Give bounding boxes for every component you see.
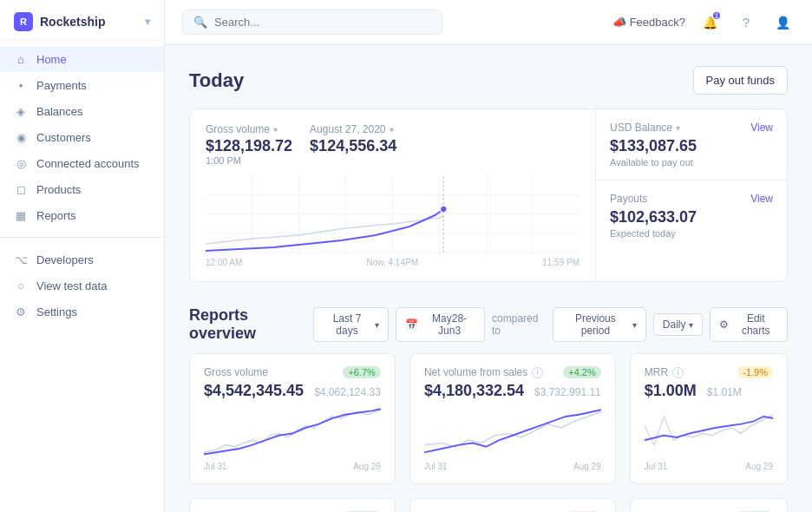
sidebar-item-balances[interactable]: ◈ Balances xyxy=(0,98,164,124)
mrr-badge: -1.9% xyxy=(737,366,773,378)
notifications-button[interactable]: 🔔 1 xyxy=(697,10,722,35)
gross-volume-card: Gross volume +6.7% $4,542,345.45 $4,062,… xyxy=(189,353,396,484)
comparison-value: $124,556.34 xyxy=(310,137,396,155)
frequency-label: Daily xyxy=(663,318,686,331)
today-metrics: Gross volume ▾ $128,198.72 1:00 PM Augus… xyxy=(206,123,580,166)
help-button[interactable]: ? xyxy=(734,10,758,35)
sidebar-item-settings[interactable]: ⚙ Settings xyxy=(0,299,164,325)
sidebar-item-payments[interactable]: ▪ Payments xyxy=(0,72,164,98)
mrr-axis: Jul 31 Aug 29 xyxy=(645,462,773,471)
link-icon: ◎ xyxy=(14,156,28,170)
net-volume-card-header: Net volume from sales i +4.2% xyxy=(424,366,601,378)
pay-out-button[interactable]: Pay out funds xyxy=(693,66,789,95)
reports-title: Reports overview xyxy=(189,306,313,343)
net-volume-chart xyxy=(424,407,601,459)
gross-volume-chart xyxy=(204,407,381,459)
net-volume-info-icon[interactable]: i xyxy=(532,367,543,378)
search-box[interactable]: 🔍 xyxy=(182,10,442,35)
sidebar-item-products[interactable]: ◻ Products xyxy=(0,176,164,202)
gross-volume-card-header: Gross volume +6.7% xyxy=(204,366,381,378)
gross-volume-compare: $4,062,124.33 xyxy=(314,386,381,398)
net-volume-compare: $3,732,991.11 xyxy=(534,386,601,398)
bar-chart-icon: ▦ xyxy=(14,208,28,222)
usd-balance-chevron: ▾ xyxy=(676,123,680,133)
today-chart xyxy=(206,176,580,254)
usd-balance-view-link[interactable]: View xyxy=(750,121,773,134)
sidebar-item-customers-label: Customers xyxy=(36,131,91,144)
sidebar-item-view-test-data-label: View test data xyxy=(36,279,107,292)
sidebar-secondary-nav: ⌥ Developers ○ View test data ⚙ Settings xyxy=(0,241,164,330)
gross-volume-badge: +6.7% xyxy=(343,366,381,378)
user-avatar[interactable]: 👤 xyxy=(770,10,795,35)
sidebar-item-developers-label: Developers xyxy=(36,253,94,266)
mrr-compare: $1.01M xyxy=(707,386,742,398)
net-volume-axis: Jul 31 Aug 29 xyxy=(424,462,601,471)
edit-charts-label: Edit charts xyxy=(733,312,778,337)
sidebar-item-developers[interactable]: ⌥ Developers xyxy=(0,246,164,272)
chart-x-start: 12:00 AM xyxy=(206,258,242,267)
period-chevron-icon: ▾ xyxy=(375,320,379,330)
gross-volume-value: $128,198.72 xyxy=(206,137,292,155)
app-logo[interactable]: R Rocketship ▾ xyxy=(0,0,164,41)
feedback-label: Feedback? xyxy=(630,16,685,29)
today-balance-area: USD Balance ▾ View $133,087.65 Available… xyxy=(596,109,787,281)
frequency-button[interactable]: Daily ▾ xyxy=(653,313,704,336)
sidebar-item-payments-label: Payments xyxy=(36,79,87,92)
sidebar-item-reports-label: Reports xyxy=(36,209,76,222)
sidebar-item-home-label: Home xyxy=(36,53,67,66)
today-chart-area: Gross volume ▾ $128,198.72 1:00 PM Augus… xyxy=(190,109,596,281)
content-area: Today Pay out funds Gross volume ▾ $128,… xyxy=(165,45,812,512)
today-header: Today Pay out funds xyxy=(189,66,788,95)
sidebar-item-view-test-data[interactable]: ○ View test data xyxy=(0,272,164,299)
main-area: 🔍 📣 Feedback? 🔔 1 ? 👤 Today Pay out f xyxy=(165,0,812,512)
sidebar-item-reports[interactable]: ▦ Reports xyxy=(0,202,164,228)
mrr-values: $1.00M $1.01M xyxy=(645,382,773,400)
comparison-date-label: August 27, 2020 ▾ xyxy=(310,123,396,135)
app-name: Rocketship xyxy=(40,15,105,29)
sidebar-item-home[interactable]: ⌂ Home xyxy=(0,46,164,72)
megaphone-icon: 📣 xyxy=(612,16,626,29)
payouts-view-link[interactable]: View xyxy=(750,193,773,205)
net-volume-main-value: $4,180,332.54 xyxy=(424,382,524,400)
gross-volume-axis: Jul 31 Aug 29 xyxy=(204,462,381,471)
avatar-icon: 👤 xyxy=(776,16,790,30)
gross-volume-time: 1:00 PM xyxy=(206,155,292,166)
edit-charts-button[interactable]: ⚙ Edit charts xyxy=(710,307,788,342)
credit-card-icon: ▪ xyxy=(14,78,28,92)
report-grid: Gross volume +6.7% $4,542,345.45 $4,062,… xyxy=(189,353,788,512)
usd-balance-label: USD Balance ▾ xyxy=(610,121,680,134)
search-input[interactable] xyxy=(214,16,431,29)
sidebar-item-customers[interactable]: ◉ Customers xyxy=(0,124,164,150)
date-range-button[interactable]: 📅 May28-Jun3 xyxy=(396,307,485,342)
gross-volume-main-value: $4,542,345.45 xyxy=(204,382,304,400)
net-volume-badge: +4.2% xyxy=(563,366,601,378)
usd-balance-row: USD Balance ▾ View $133,087.65 Available… xyxy=(596,109,787,181)
calendar-icon: 📅 xyxy=(405,318,418,331)
comparison-period-button[interactable]: Previous period ▾ xyxy=(553,307,646,342)
mrr-info-icon[interactable]: i xyxy=(672,367,684,378)
period-filter-button[interactable]: Last 7 days ▾ xyxy=(313,307,389,342)
mrr-card-title: MRR i xyxy=(645,366,684,378)
chart-x-mid: Now, 4:14PM xyxy=(366,258,417,267)
comparison-chevron-icon: ▾ xyxy=(632,320,637,330)
revenue-per-subscriber-card: Revenue per subscriber i +0.1% $167.59 $… xyxy=(630,498,788,512)
eye-icon: ○ xyxy=(14,279,28,292)
successful-payments-card: Successful payments -3.3% 25,296 28,512 … xyxy=(409,498,616,512)
payouts-label: Payouts xyxy=(610,193,647,205)
topbar-right: 📣 Feedback? 🔔 1 ? 👤 xyxy=(612,10,795,35)
gear-icon: ⚙ xyxy=(719,318,729,331)
payouts-sub: Expected today xyxy=(610,228,773,239)
sidebar-item-connected-accounts[interactable]: ◎ Connected accounts xyxy=(0,150,164,176)
net-volume-card-title: Net volume from sales i xyxy=(424,366,543,378)
date-range-label: May28-Jun3 xyxy=(423,312,475,337)
search-icon: 🔍 xyxy=(193,16,207,29)
new-customers-card: New customers i +3.5% 18,043 17,490 xyxy=(189,498,396,512)
sidebar-item-products-label: Products xyxy=(36,183,81,196)
payouts-row: Payouts View $102,633.07 Expected today xyxy=(596,181,787,251)
home-icon: ⌂ xyxy=(14,52,28,66)
feedback-button[interactable]: 📣 Feedback? xyxy=(612,16,685,29)
period-filter-label: Last 7 days xyxy=(323,312,371,337)
sidebar-item-balances-label: Balances xyxy=(36,105,82,118)
net-volume-values: $4,180,332.54 $3,732,991.11 xyxy=(424,382,601,400)
net-volume-card: Net volume from sales i +4.2% $4,180,332… xyxy=(409,353,616,484)
